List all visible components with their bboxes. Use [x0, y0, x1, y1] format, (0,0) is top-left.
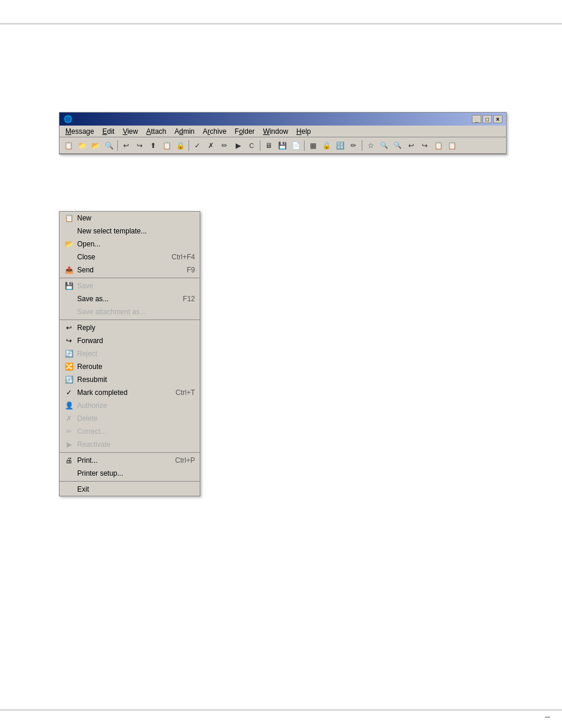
toolbar-zoom-out[interactable]: 🔍: [378, 139, 391, 152]
menu-message[interactable]: Message: [62, 127, 98, 136]
toolbar-check[interactable]: ✓: [191, 139, 204, 152]
toolbar-search[interactable]: 🔍: [103, 139, 115, 152]
menu-archive[interactable]: Archive: [199, 127, 230, 136]
toolbar-pencil[interactable]: ✏: [218, 139, 231, 152]
open-label: Open...: [77, 240, 195, 248]
sep5: [362, 140, 362, 151]
menu-attach[interactable]: Attach: [143, 127, 170, 136]
save-attachment-label: Save attachment as...: [77, 308, 195, 316]
toolbar-grid[interactable]: ▦: [306, 139, 319, 152]
toolbar-save[interactable]: 💾: [276, 139, 289, 152]
menu-folder[interactable]: Folder: [231, 127, 258, 136]
menu-item-print[interactable]: 🖨Print...Ctrl+P: [59, 454, 200, 467]
toolbar-lock2[interactable]: 🔒: [320, 139, 333, 152]
reply-label: Reply: [77, 324, 195, 332]
menu-item-printer-setup[interactable]: Printer setup...: [59, 467, 200, 480]
toolbar-new[interactable]: 📋: [62, 139, 75, 152]
toolbar-reply[interactable]: ↩: [120, 139, 133, 152]
toolbar: 📋 📁 📂 🔍 ↩ ↪ ⬆ 📋 🔒 ✓ ✗ ✏ ▶ C 🖥 💾 📄 ▦ 🔒 🔢 …: [59, 137, 506, 154]
toolbar-undo[interactable]: ↩: [405, 139, 418, 152]
menu-item-forward[interactable]: ↪Forward: [59, 334, 200, 347]
forward-icon: ↪: [63, 336, 75, 345]
forward-label: Forward: [77, 337, 195, 345]
printer-setup-icon: [63, 469, 75, 478]
menu-window[interactable]: Window: [259, 127, 292, 136]
send-label: Send: [77, 266, 187, 274]
send-shortcut: F9: [187, 266, 195, 274]
menu-item-open[interactable]: 📂Open...: [59, 238, 200, 251]
close-label: Close: [77, 253, 171, 261]
sep1: [117, 140, 118, 151]
print-shortcut: Ctrl+P: [175, 456, 195, 465]
title-controls: _ □ ×: [472, 115, 503, 123]
app-window: 🌐 _ □ × Message Edit View Attach Admin A…: [59, 112, 507, 154]
close-icon: [63, 252, 75, 262]
reply-icon: ↩: [63, 323, 75, 332]
menu-item-reply[interactable]: ↩Reply: [59, 321, 200, 334]
menu-item-close[interactable]: CloseCtrl+F4: [59, 251, 200, 263]
menu-separator-23: [59, 481, 200, 482]
toolbar-play[interactable]: ▶: [232, 139, 244, 152]
exit-label: Exit: [77, 485, 195, 493]
send-icon: 📤: [63, 265, 75, 275]
toolbar-clipboard[interactable]: 📋: [160, 139, 173, 152]
toolbar-num[interactable]: 🔢: [333, 139, 346, 152]
menu-item-save-as[interactable]: Save as...F12: [59, 292, 200, 305]
toolbar-monitor[interactable]: 🖥: [262, 139, 275, 152]
menu-bar: Message Edit View Attach Admin Archive F…: [59, 126, 506, 137]
mark-completed-icon: ✓: [63, 388, 75, 397]
toolbar-h1[interactable]: 📋: [432, 139, 445, 152]
toolbar-open[interactable]: 📂: [89, 139, 102, 152]
toolbar-zoom-in[interactable]: 🔍: [391, 139, 404, 152]
sep4: [304, 140, 305, 151]
toolbar-lock[interactable]: 🔒: [174, 139, 187, 152]
resubmit-icon: 🔃: [63, 375, 75, 384]
title-bar-left: 🌐: [63, 114, 76, 124]
bottom-minus: –: [545, 711, 550, 722]
toolbar-redo[interactable]: ↪: [418, 139, 431, 152]
authorize-label: Authorize: [77, 401, 195, 410]
menu-item-exit[interactable]: Exit: [59, 483, 200, 496]
top-rule: [0, 24, 562, 24]
menu-item-reroute[interactable]: 🔀Reroute: [59, 360, 200, 373]
menu-item-reactivate: ▶Reactivate: [59, 438, 200, 451]
save-as-icon: [63, 294, 75, 304]
menu-item-mark-completed[interactable]: ✓Mark completedCtrl+T: [59, 386, 200, 399]
menu-separator-5: [59, 278, 200, 278]
menu-help[interactable]: Help: [293, 127, 315, 136]
menu-item-resubmit[interactable]: 🔃Resubmit: [59, 373, 200, 386]
menu-item-new-template[interactable]: New select template...: [59, 225, 200, 238]
printer-setup-label: Printer setup...: [77, 469, 195, 477]
toolbar-h2[interactable]: 📋: [445, 139, 458, 152]
toolbar-up[interactable]: ⬆: [147, 139, 160, 152]
exit-icon: [63, 485, 75, 494]
toolbar-refresh[interactable]: C: [245, 139, 258, 152]
toolbar-forward[interactable]: ↪: [133, 139, 146, 152]
reactivate-icon: ▶: [63, 440, 75, 449]
sep3: [260, 140, 260, 151]
toolbar-x[interactable]: ✗: [204, 139, 217, 152]
toolbar-edit[interactable]: ✏: [347, 139, 360, 152]
print-label: Print...: [77, 456, 175, 465]
menu-separator-9: [59, 319, 200, 320]
maximize-button[interactable]: □: [482, 115, 492, 123]
close-button[interactable]: ×: [493, 115, 503, 123]
menu-view[interactable]: View: [119, 127, 141, 136]
menu-item-new[interactable]: 📋New: [59, 212, 200, 225]
reject-icon: 🔄: [63, 349, 75, 358]
menu-item-delete: ✗Delete: [59, 412, 200, 425]
minimize-button[interactable]: _: [472, 115, 481, 123]
toolbar-open-folder[interactable]: 📁: [75, 139, 88, 152]
new-template-icon: [63, 226, 75, 236]
menu-edit[interactable]: Edit: [99, 127, 118, 136]
resubmit-label: Resubmit: [77, 375, 195, 384]
menu-item-correct: ✏Correct...: [59, 425, 200, 438]
title-bar: 🌐 _ □ ×: [59, 113, 506, 126]
menu-admin[interactable]: Admin: [171, 127, 198, 136]
menu-item-authorize: 👤Authorize: [59, 399, 200, 412]
toolbar-star[interactable]: ☆: [364, 139, 377, 152]
menu-item-send[interactable]: 📤SendF9: [59, 263, 200, 276]
toolbar-doc[interactable]: 📄: [289, 139, 302, 152]
delete-icon: ✗: [63, 414, 75, 423]
menu-item-save-attachment: Save attachment as...: [59, 305, 200, 318]
